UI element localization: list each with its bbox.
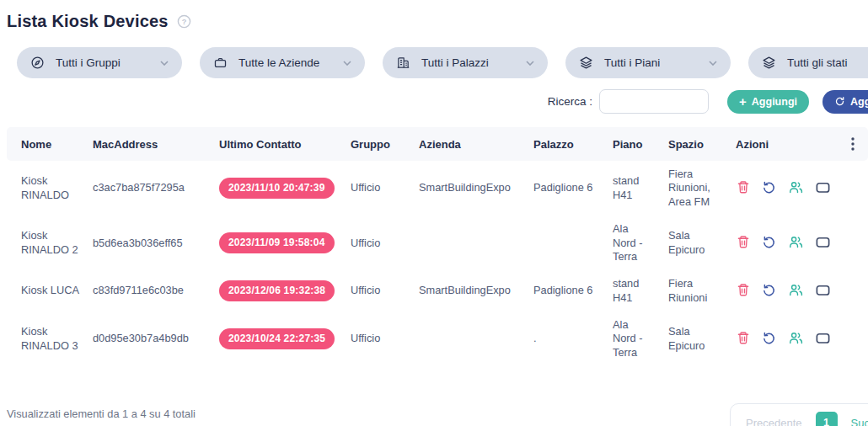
users-icon [788,179,804,198]
screen-button[interactable] [815,179,831,198]
filter-companies-dropdown[interactable]: Tutte le Aziende [200,47,365,78]
screen-icon [815,282,831,301]
search-input[interactable] [599,89,709,114]
row-actions [736,330,845,349]
row-actions [736,179,845,198]
filter-label: Tutti i Gruppi [56,56,121,69]
filter-label: Tutti i Palazzi [421,56,489,69]
table-row: Kiosk LUCA c83fd9711e6c03be 2023/12/06 1… [7,270,868,312]
filter-buildings-dropdown[interactable]: Tutti i Palazzi [383,47,548,78]
cell-palazzo: Padiglione 6 [533,181,613,194]
cell-gruppo: Ufficio [351,237,419,250]
cell-piano: stand H41 [613,174,668,202]
filter-label: Tutti gli stati [787,56,848,69]
pagination-page-1[interactable]: 1 [816,412,838,426]
screen-button[interactable] [815,330,831,349]
col-azioni: Azioni [736,138,845,151]
users-button[interactable] [788,330,804,349]
cell-spazio: Fiera Riunioni, Area FM [668,168,736,209]
users-button[interactable] [788,179,804,198]
col-spazio: Spazio [668,138,736,151]
users-button[interactable] [788,282,804,301]
table-row: Kiosk RINALDO 2 b5d6ea3b036eff65 2023/11… [7,216,868,270]
users-button[interactable] [788,234,804,253]
screen-icon [815,234,831,253]
layers-icon [579,56,593,70]
pagination-previous[interactable]: Precedente [737,417,812,426]
cell-azienda: SmartBuildingExpo [419,284,533,297]
add-button[interactable]: + Aggiungi [727,90,809,114]
filter-label: Tutte le Aziende [238,56,319,69]
cell-palazzo: . [533,332,613,345]
last-contact-badge: 2023/11/10 20:47:39 [219,178,335,199]
delete-button[interactable] [736,234,751,252]
screen-button[interactable] [815,234,831,253]
page-title: Lista Kiosk Devices [7,12,169,31]
chevron-down-icon [343,61,351,66]
refresh-icon [834,96,845,107]
col-gruppo: Gruppo [351,138,419,151]
cell-azienda: SmartBuildingExpo [419,181,533,194]
filter-bar: Tutti i Gruppi Tutte le Aziende Tutti i … [17,47,868,78]
filter-groups-dropdown[interactable]: Tutti i Gruppi [17,47,182,78]
trash-icon [736,234,751,252]
history-icon [762,179,777,197]
cell-piano: Ala Nord - Terra [613,222,668,264]
cell-macaddress: d0d95e30b7a4b9db [93,332,219,345]
history-icon [762,282,777,300]
cell-spazio: Sala Epicuro [668,325,736,353]
cell-piano: Ala Nord - Terra [613,318,668,359]
screen-icon [815,179,831,198]
delete-button[interactable] [736,282,751,300]
history-button[interactable] [762,179,777,197]
screen-icon [815,330,831,349]
devices-table: Nome MacAddress Ultimo Contatto Gruppo A… [7,127,868,366]
col-nome: Nome [21,138,93,151]
refresh-button-label: Aggiorna [850,96,868,108]
col-azienda: Azienda [419,138,533,151]
screen-button[interactable] [815,282,831,301]
users-icon [788,234,804,253]
compass-icon [30,56,45,70]
search-row: Ricerca : + Aggiungi Aggiorna [0,89,868,114]
page: Lista Kiosk Devices ? Tutti i Gruppi Tut… [0,0,868,426]
chevron-down-icon [709,61,717,66]
cell-gruppo: Ufficio [351,181,419,194]
trash-icon [736,282,751,300]
plus-icon: + [739,95,747,108]
last-contact-badge: 2023/10/24 22:27:35 [219,328,335,349]
chevron-down-icon [526,61,534,66]
col-palazzo: Palazzo [533,138,613,151]
delete-button[interactable] [736,330,751,348]
cell-piano: stand H41 [613,277,668,305]
pagination: Precedente 1 Successivo [730,403,868,426]
history-button[interactable] [762,234,777,252]
history-icon [762,234,777,252]
kebab-menu-icon[interactable] [848,136,858,152]
filter-states-dropdown[interactable]: Tutti gli stati [748,47,868,78]
refresh-button[interactable]: Aggiorna [822,90,868,114]
chevron-down-icon [160,61,169,66]
row-actions [736,234,845,253]
cell-nome: Kiosk LUCA [21,284,93,297]
filter-label: Tutti i Piani [604,56,660,69]
cell-macaddress: b5d6ea3b036eff65 [93,237,219,250]
pagination-next[interactable]: Successivo [842,417,868,426]
col-ultimo-contatto: Ultimo Contatto [219,138,351,151]
history-button[interactable] [762,330,777,348]
row-actions [736,282,845,301]
filter-floors-dropdown[interactable]: Tutti i Piani [565,47,731,78]
help-icon[interactable]: ? [177,14,191,29]
search-label: Ricerca : [548,95,592,108]
cell-spazio: Sala Epicuro [668,229,736,257]
col-piano: Piano [613,138,668,151]
trash-icon [736,179,751,197]
table-info: Visualizzati elementi da 1 a 4 su 4 tota… [7,407,196,420]
delete-button[interactable] [736,179,751,197]
add-button-label: Aggiungi [752,96,797,108]
building-icon [396,56,410,70]
table-row: Kiosk RINALDO 3 d0d95e30b7a4b9db 2023/10… [7,312,868,366]
table-row: Kiosk RINALDO c3ac7ba875f7295a 2023/11/1… [7,161,868,216]
history-icon [762,330,777,348]
history-button[interactable] [762,282,777,300]
